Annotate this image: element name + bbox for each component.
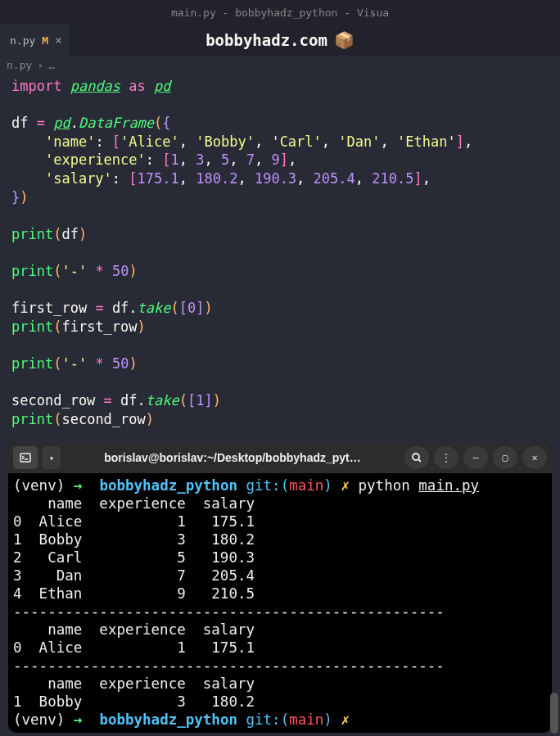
terminal-line: 0 Alice 1 175.1 [13, 512, 547, 531]
code-line: first_row = df.take([0]) [11, 299, 549, 318]
terminal-titlebar: ▾ borislav@borislav:~/Desktop/bobbyhadz_… [8, 442, 552, 473]
terminal-icon [20, 453, 31, 463]
code-line: print(second_row) [11, 410, 549, 429]
tab-filename: n.py [10, 34, 35, 47]
terminal-menu-button[interactable]: ⋮ [434, 446, 458, 469]
code-editor[interactable]: import pandas as pd df = pd.DataFrame({ … [0, 74, 560, 431]
terminal-line: name experience salary [13, 621, 547, 639]
code-line: 'salary': [175.1, 180.2, 190.3, 205.4, 2… [11, 169, 549, 188]
terminal-line: (venv) → bobbyhadz_python git:(main) ✗ [13, 711, 547, 729]
terminal-line: 0 Alice 1 175.1 [13, 639, 547, 657]
svg-rect-0 [20, 454, 30, 462]
breadcrumb[interactable]: n.py › … [0, 56, 560, 74]
close-icon[interactable]: × [55, 34, 61, 47]
code-line [11, 336, 549, 354]
terminal-line: 1 Bobby 3 180.2 [13, 531, 547, 549]
window-titlebar: main.py - bobbyhadz_python - Visua [0, 0, 560, 25]
terminal-body[interactable]: (venv) → bobbyhadz_python git:(main) ✗ p… [8, 473, 552, 732]
breadcrumb-file: n.py [7, 59, 32, 71]
window-title: main.py - bobbyhadz_python - Visua [171, 7, 389, 19]
search-icon [411, 452, 422, 463]
close-icon: ✕ [531, 452, 537, 463]
terminal-new-tab-button[interactable] [13, 446, 38, 469]
terminal-line: (venv) → bobbyhadz_python git:(main) ✗ p… [13, 476, 547, 494]
terminal-line: name experience salary [13, 675, 547, 693]
terminal-search-button[interactable] [404, 446, 429, 469]
tab-bar: n.py M × bobbyhadz.com 📦 [0, 25, 560, 56]
code-line: import pandas as pd [11, 77, 549, 96]
terminal-line: 4 Ethan 9 210.5 [13, 585, 547, 603]
code-line [11, 243, 549, 262]
chevron-down-icon: ▾ [49, 454, 54, 463]
scrollbar-thumb[interactable] [550, 693, 558, 734]
terminal-line: name experience salary [13, 494, 547, 512]
terminal-line: ----------------------------------------… [13, 657, 547, 675]
code-line: print('-' * 50) [11, 262, 549, 281]
kebab-menu-icon: ⋮ [441, 452, 451, 463]
code-line: 'experience': [1, 3, 5, 7, 9], [11, 151, 549, 169]
watermark: bobbyhadz.com 📦 [205, 30, 355, 50]
terminal-minimize-button[interactable]: – [463, 446, 488, 469]
terminal-dropdown-button[interactable]: ▾ [43, 446, 61, 469]
code-line: 'name': ['Alice', 'Bobby', 'Carl', 'Dan'… [11, 133, 549, 151]
breadcrumb-more: … [48, 59, 55, 71]
code-line: df = pd.DataFrame({ [11, 114, 549, 133]
code-line [11, 281, 549, 300]
code-line: print('-' * 50) [11, 354, 549, 373]
code-line [11, 96, 549, 115]
maximize-icon: ▢ [502, 452, 508, 463]
terminal-line: 2 Carl 5 190.3 [13, 549, 547, 567]
code-line: print(df) [11, 225, 549, 244]
code-line: print(first_row) [11, 318, 549, 336]
code-line [11, 373, 549, 392]
terminal-line: 3 Dan 7 205.4 [13, 567, 547, 585]
terminal-line: ----------------------------------------… [13, 603, 547, 621]
watermark-text: bobbyhadz.com [205, 31, 327, 49]
cube-icon: 📦 [334, 30, 355, 50]
terminal-line: 1 Bobby 3 180.2 [13, 693, 547, 711]
terminal-title: borislav@borislav:~/Desktop/bobbyhadz_py… [65, 451, 400, 464]
tab-modified-indicator: M [42, 34, 48, 47]
code-line: second_row = df.take([1]) [11, 391, 549, 410]
terminal-window: ▾ borislav@borislav:~/Desktop/bobbyhadz_… [8, 442, 552, 733]
code-line [11, 206, 549, 225]
breadcrumb-separator-icon: › [37, 59, 43, 71]
terminal-close-button[interactable]: ✕ [522, 446, 547, 469]
tab-main-py[interactable]: n.py M × [0, 25, 69, 56]
minimize-icon: – [472, 452, 478, 463]
svg-point-1 [413, 454, 419, 460]
terminal-maximize-button[interactable]: ▢ [493, 446, 517, 469]
code-line: }) [11, 188, 549, 207]
